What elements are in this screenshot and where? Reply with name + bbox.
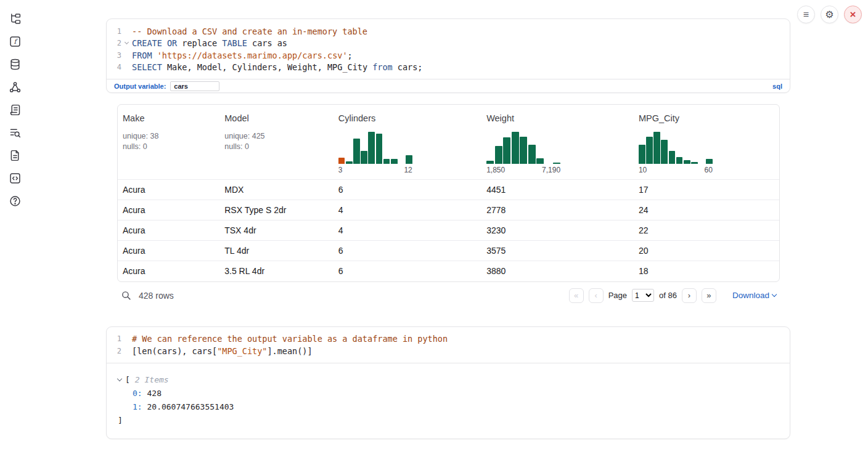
- sidebar-item-dependency-graph[interactable]: [7, 79, 22, 94]
- row-count: 428 rows: [139, 291, 174, 301]
- svg-text:f: f: [14, 38, 18, 45]
- histogram-bar[interactable]: [676, 157, 683, 164]
- histogram-bar[interactable]: [661, 140, 668, 164]
- python-editor[interactable]: 1# We can reference the output variable …: [107, 327, 790, 363]
- output-tree-entries: 0: 4281: 20.060747663551403: [118, 387, 779, 414]
- page-label: Page: [608, 291, 627, 300]
- table-card: Makeunique: 38nulls: 0Modelunique: 425nu…: [117, 104, 780, 282]
- histogram-bar[interactable]: [503, 137, 510, 164]
- histogram-bar[interactable]: [639, 145, 645, 164]
- table-cell: 6: [334, 180, 481, 200]
- sidebar-item-file-explorer[interactable]: [7, 11, 22, 26]
- item-index: 1:: [133, 402, 142, 411]
- histogram-bar[interactable]: [520, 137, 527, 164]
- output-list-item: 1: 20.060747663551403: [118, 400, 779, 414]
- prev-page-button[interactable]: ‹: [589, 288, 604, 303]
- histogram-bar[interactable]: [512, 132, 519, 164]
- database-icon: [9, 58, 22, 71]
- output-list-item: 0: 428: [118, 387, 779, 400]
- histogram-bar[interactable]: [684, 160, 690, 164]
- sidebar-item-help[interactable]: [7, 193, 22, 208]
- sidebar-item-data-sources[interactable]: [7, 57, 22, 71]
- table-row[interactable]: AcuraTSX 4dr4323022: [118, 220, 779, 241]
- column-header-mpg_city[interactable]: MPG_City1060: [634, 105, 779, 180]
- table-row[interactable]: AcuraTL 4dr6357520: [118, 241, 779, 261]
- table-cell: Acura: [118, 180, 219, 200]
- line-number: 1: [107, 334, 121, 343]
- code-text: [len(cars), cars["MPG_City"].mean()]: [132, 346, 313, 356]
- histogram-bar[interactable]: [669, 151, 676, 164]
- code-text: SELECT Make, Model, Cylinders, Weight, M…: [132, 62, 422, 72]
- table-cell: 22: [634, 220, 779, 241]
- sidebar-item-outline[interactable]: [7, 102, 22, 117]
- column-stats: unique: 38nulls: 0: [123, 131, 215, 152]
- table-row[interactable]: AcuraRSX Type S 2dr4277824: [118, 200, 779, 220]
- histogram-bar[interactable]: [536, 158, 544, 164]
- code-text: FROM 'https://datasets.marimo.app/cars.c…: [132, 51, 353, 60]
- code-line: 2[len(cars), cars["MPG_City"].mean()]: [107, 345, 790, 357]
- sidebar-item-documentation[interactable]: [7, 148, 22, 163]
- last-page-button[interactable]: »: [702, 288, 716, 303]
- histogram-bar[interactable]: [495, 146, 502, 164]
- sql-editor[interactable]: 1-- Download a CSV and create an in-memo…: [107, 19, 790, 79]
- histogram-bar[interactable]: [346, 161, 353, 164]
- table-cell: Acura: [118, 261, 219, 281]
- histogram-bar[interactable]: [553, 163, 560, 164]
- histogram-bar[interactable]: [486, 161, 494, 164]
- collapse-arrow-icon[interactable]: [117, 376, 122, 381]
- table-cell: 24: [634, 200, 779, 220]
- table-cell: 4451: [481, 180, 634, 200]
- notebook-menu-button[interactable]: ≡: [797, 6, 815, 23]
- hist-max-label: 60: [705, 166, 713, 174]
- fold-arrow-icon[interactable]: [121, 42, 132, 44]
- sidebar-item-snippets[interactable]: [7, 171, 22, 185]
- sql-cell: 1-- Download a CSV and create an in-memo…: [106, 18, 790, 93]
- column-label: Model: [224, 113, 329, 123]
- table-cell: 6: [334, 261, 481, 281]
- column-histogram: 1,8507,190: [486, 132, 560, 174]
- table-cell: TL 4dr: [219, 241, 334, 261]
- histogram-bar[interactable]: [376, 134, 383, 164]
- first-page-button[interactable]: «: [569, 288, 584, 303]
- column-header-make[interactable]: Makeunique: 38nulls: 0: [118, 105, 219, 180]
- items-count-label: 2 Items: [135, 373, 169, 387]
- sidebar-item-variables[interactable]: f: [7, 34, 22, 49]
- hamburger-icon: ≡: [803, 10, 809, 20]
- column-stats: unique: 425nulls: 0: [224, 131, 329, 152]
- histogram-bar[interactable]: [383, 159, 390, 164]
- next-page-button[interactable]: ›: [682, 288, 697, 303]
- topbar: ≡⚙×: [797, 6, 862, 23]
- table-row[interactable]: AcuraMDX6445117: [118, 180, 779, 200]
- column-header-cylinders[interactable]: Cylinders312: [334, 105, 481, 180]
- histogram-bar[interactable]: [368, 132, 375, 164]
- histogram-bar[interactable]: [528, 145, 536, 164]
- histogram-bar[interactable]: [646, 137, 653, 164]
- histogram-bar[interactable]: [706, 159, 713, 164]
- settings-button[interactable]: ⚙: [821, 6, 838, 23]
- column-histogram: 1060: [639, 132, 713, 174]
- histogram-bar[interactable]: [391, 159, 398, 164]
- histogram-bar[interactable]: [406, 155, 412, 164]
- table-cell: 17: [634, 180, 779, 200]
- code-line: 2CREATE OR replace TABLE cars as: [107, 38, 790, 50]
- histogram-bar[interactable]: [653, 132, 660, 164]
- table-row[interactable]: Acura3.5 RL 4dr6388018: [118, 261, 779, 281]
- column-header-model[interactable]: Modelunique: 425nulls: 0: [219, 105, 334, 180]
- output-variable-input[interactable]: [170, 81, 219, 91]
- sidebar-item-logs[interactable]: [7, 125, 22, 140]
- hist-min-label: 1,850: [486, 166, 505, 174]
- table-cell: 6: [334, 241, 481, 261]
- page-select[interactable]: 1: [632, 289, 654, 302]
- shutdown-button[interactable]: ×: [844, 6, 862, 23]
- histogram-bar[interactable]: [691, 162, 698, 164]
- column-header-weight[interactable]: Weight1,8507,190: [481, 105, 634, 180]
- line-number: 2: [107, 39, 121, 47]
- column-histogram: 312: [338, 132, 412, 174]
- histogram-bar[interactable]: [353, 139, 360, 164]
- histogram-bar[interactable]: [361, 151, 367, 164]
- item-value: 20.060747663551403: [147, 402, 234, 411]
- search-icon[interactable]: [121, 290, 131, 301]
- table-cell: 4: [334, 200, 481, 220]
- histogram-bar[interactable]: [338, 158, 345, 164]
- download-button[interactable]: Download: [732, 291, 776, 300]
